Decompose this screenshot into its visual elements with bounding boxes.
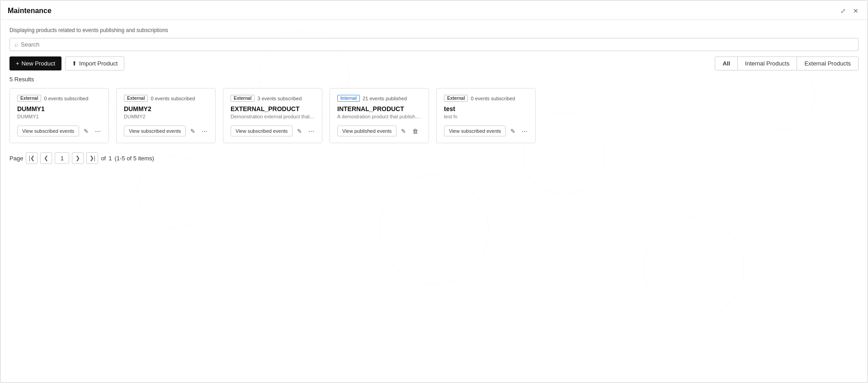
first-page-button[interactable]: |❮	[26, 152, 38, 164]
window-title: Maintenance	[8, 7, 52, 15]
view-events-button[interactable]: View published events	[337, 126, 396, 136]
new-product-label: New Product	[22, 60, 55, 67]
view-events-button[interactable]: View subscribed events	[17, 126, 79, 136]
edit-button[interactable]: ✎	[189, 126, 197, 136]
main-window: Maintenance ⤢ ✕ Displaying products rela…	[0, 0, 868, 383]
product-description: A demostration product that publishes ev…	[337, 114, 421, 121]
title-bar: Maintenance ⤢ ✕	[0, 0, 868, 20]
next-page-button[interactable]: ❯	[72, 152, 84, 164]
more-options-button[interactable]: ⋯	[200, 126, 209, 136]
product-description: DUMMY1	[17, 114, 101, 121]
event-count: 0 events subscribed	[151, 96, 195, 101]
filter-all-button[interactable]: All	[715, 57, 738, 70]
of-label: of	[101, 155, 106, 162]
card-actions: View subscribed events ✎ ⋯	[231, 126, 315, 136]
results-count: 5 Results	[9, 76, 859, 83]
product-card: External 3 events subscribed EXTERNAL_PR…	[223, 88, 322, 143]
product-title: DUMMY1	[17, 105, 101, 112]
search-icon: ⌕	[14, 41, 18, 48]
card-header: External 0 events subscribed	[444, 95, 528, 102]
product-card: External 0 events subscribed DUMMY2 DUMM…	[116, 88, 216, 143]
card-actions: View published events ✎ 🗑	[337, 126, 421, 136]
page-number-input[interactable]	[55, 152, 69, 164]
edit-button[interactable]: ✎	[399, 126, 408, 136]
search-bar: ⌕	[9, 38, 859, 51]
product-card: External 0 events subscribed test test f…	[436, 88, 536, 143]
product-title: DUMMY2	[124, 105, 208, 112]
edit-button[interactable]: ✎	[82, 126, 90, 136]
product-cards-row: External 0 events subscribed DUMMY1 DUMM…	[9, 88, 859, 143]
filter-buttons: All Internal Products External Products	[715, 56, 859, 70]
page-label: Page	[9, 155, 23, 162]
card-header: Internal 21 events published	[337, 95, 421, 102]
event-count: 0 events subscribed	[471, 96, 515, 101]
view-events-button[interactable]: View subscribed events	[124, 126, 186, 136]
delete-button[interactable]: 🗑	[410, 126, 420, 136]
product-badge: Internal	[337, 95, 360, 102]
resize-button[interactable]: ⤢	[839, 7, 848, 15]
view-events-button[interactable]: View subscribed events	[231, 126, 292, 136]
plus-icon: +	[16, 60, 19, 67]
card-header: External 3 events subscribed	[231, 95, 315, 102]
import-product-label: Import Product	[79, 60, 118, 67]
event-count: 21 events published	[363, 96, 407, 101]
product-badge: External	[17, 95, 41, 102]
import-icon: ⬆	[72, 60, 77, 67]
product-description: DUMMY2	[124, 114, 208, 121]
filter-internal-button[interactable]: Internal Products	[738, 57, 797, 70]
close-button[interactable]: ✕	[851, 7, 860, 15]
prev-page-button[interactable]: ❮	[40, 152, 52, 164]
content-area: Displaying products related to events pu…	[0, 20, 868, 383]
product-card: External 0 events subscribed DUMMY1 DUMM…	[9, 88, 109, 143]
more-options-button[interactable]: ⋯	[520, 126, 529, 136]
product-description: test fn	[444, 114, 528, 121]
last-page-button[interactable]: ❯|	[86, 152, 98, 164]
pagination: Page |❮ ❮ ❯ ❯| of 1 (1-5 of 5 items)	[9, 152, 859, 164]
product-badge: External	[231, 95, 255, 102]
more-options-button[interactable]: ⋯	[307, 126, 316, 136]
product-card: Internal 21 events published INTERNAL_PR…	[330, 88, 429, 143]
product-description: Demonstration external product that...	[231, 114, 315, 121]
search-input[interactable]	[21, 41, 854, 48]
toolbar-left: + New Product ⬆ Import Product	[9, 56, 124, 70]
edit-button[interactable]: ✎	[295, 126, 304, 136]
title-bar-actions: ⤢ ✕	[839, 7, 860, 15]
product-badge: External	[124, 95, 148, 102]
event-count: 0 events subscribed	[44, 96, 88, 101]
product-title: test	[444, 105, 528, 112]
event-count: 3 events subscribed	[257, 96, 302, 101]
page-range-label: (1-5 of 5 items)	[114, 155, 154, 162]
card-actions: View subscribed events ✎ ⋯	[17, 126, 101, 136]
new-product-button[interactable]: + New Product	[9, 56, 61, 70]
edit-button[interactable]: ✎	[509, 126, 517, 136]
card-header: External 0 events subscribed	[124, 95, 208, 102]
import-product-button[interactable]: ⬆ Import Product	[65, 56, 124, 70]
product-badge: External	[444, 95, 468, 102]
toolbar: + New Product ⬆ Import Product All Inter…	[9, 56, 859, 70]
product-title: INTERNAL_PRODUCT	[337, 105, 421, 112]
card-header: External 0 events subscribed	[17, 95, 101, 102]
card-actions: View subscribed events ✎ ⋯	[444, 126, 528, 136]
filter-external-button[interactable]: External Products	[797, 57, 858, 70]
view-events-button[interactable]: View subscribed events	[444, 126, 506, 136]
card-actions: View subscribed events ✎ ⋯	[124, 126, 208, 136]
product-title: EXTERNAL_PRODUCT	[231, 105, 315, 112]
page-subtitle: Displaying products related to events pu…	[9, 27, 859, 33]
total-pages: 1	[108, 155, 112, 162]
more-options-button[interactable]: ⋯	[93, 126, 103, 136]
